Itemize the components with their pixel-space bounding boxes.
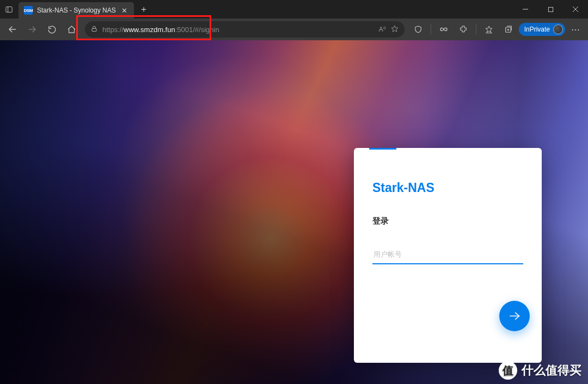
inprivate-label: InPrivate (524, 26, 550, 33)
watermark-text: 什么值得买 (522, 362, 581, 379)
favorite-icon[interactable] (390, 24, 399, 35)
window-close-button[interactable] (563, 0, 588, 18)
extensions-icon[interactable] (454, 21, 473, 38)
tab-strip: DSM Stark-NAS - Synology NAS ✕ ＋ (0, 0, 151, 18)
window-maximize-button[interactable] (538, 0, 563, 18)
window-titlebar: DSM Stark-NAS - Synology NAS ✕ ＋ (0, 0, 588, 18)
browser-tab[interactable]: DSM Stark-NAS - Synology NAS ✕ (19, 2, 134, 18)
toolbar-right: InPrivate ⋯ (409, 21, 585, 38)
window-controls (513, 0, 588, 18)
url-scheme: https:// (102, 26, 124, 34)
settings-menu-button[interactable]: ⋯ (566, 24, 585, 35)
tab-actions-icon[interactable] (4, 5, 13, 14)
tab-favicon: DSM (24, 6, 33, 15)
watermark-badge: 值 (499, 361, 517, 380)
address-url: https://www.smzdm.fun:5001/#/signin (102, 26, 219, 34)
svg-rect-0 (5, 7, 11, 12)
login-title: Stark-NAS (372, 181, 523, 195)
address-bar[interactable]: https://www.smzdm.fun:5001/#/signin A⁰ (85, 21, 405, 38)
login-subtitle: 登录 (372, 216, 523, 226)
profile-avatar-icon (553, 24, 563, 34)
new-tab-button[interactable]: ＋ (136, 2, 151, 17)
window-minimize-button[interactable] (513, 0, 538, 18)
login-submit-button[interactable] (499, 301, 530, 331)
arrow-right-icon (507, 309, 522, 323)
svg-marker-10 (486, 26, 492, 32)
separator (431, 24, 431, 35)
svg-rect-8 (92, 28, 96, 31)
page-viewport: Stark-NAS 登录 值 什么值得买 (0, 40, 588, 384)
inprivate-badge[interactable]: InPrivate (519, 23, 565, 36)
favorites-bar-icon[interactable] (480, 21, 498, 38)
url-path: :5001/#/signin (175, 26, 219, 34)
nav-home-button[interactable] (62, 21, 81, 38)
lock-icon[interactable] (90, 25, 98, 34)
tab-title: Stark-NAS - Synology NAS (37, 7, 116, 14)
nav-forward-button[interactable] (23, 21, 41, 38)
shield-icon[interactable] (409, 21, 427, 38)
infinity-icon[interactable] (434, 21, 453, 38)
nav-back-button[interactable] (3, 21, 22, 38)
svg-rect-3 (548, 7, 553, 11)
login-card: Stark-NAS 登录 (354, 148, 542, 363)
collections-icon[interactable] (499, 21, 518, 38)
username-input[interactable] (372, 245, 523, 264)
watermark: 值 什么值得买 (499, 361, 581, 380)
read-aloud-icon[interactable]: A⁰ (379, 26, 386, 33)
browser-toolbar: https://www.smzdm.fun:5001/#/signin A⁰ I… (0, 18, 588, 40)
nav-refresh-button[interactable] (42, 21, 61, 38)
svg-marker-9 (391, 26, 398, 32)
tab-close-icon[interactable]: ✕ (120, 7, 128, 15)
separator (476, 24, 476, 35)
url-host: www.smzdm.fun (124, 26, 175, 34)
